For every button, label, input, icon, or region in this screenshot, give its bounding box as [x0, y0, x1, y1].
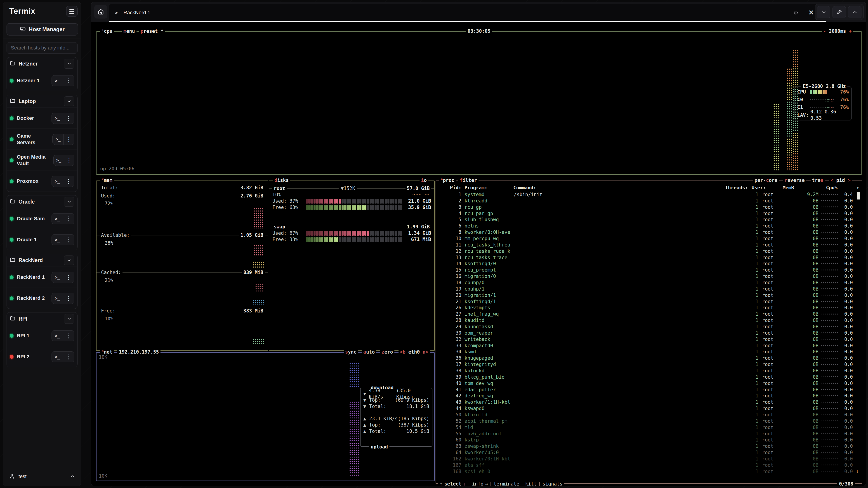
- footer-action-select[interactable]: ↑select↓: [440, 481, 466, 486]
- net-auto-button[interactable]: auto: [362, 349, 376, 355]
- terminal-screen[interactable]: 1cpu menu preset * 03:30:05 - 2000ms + u…: [91, 22, 866, 486]
- process-row-10[interactable]: 10mm_percpu_wq1root0B0.0: [439, 235, 853, 242]
- host-menu-button[interactable]: ⋮: [63, 234, 74, 245]
- host-item-racknerd-2[interactable]: RackNerd 2>_⋮: [7, 288, 77, 308]
- net-zero-button[interactable]: zero: [380, 349, 395, 355]
- chevron-up-button[interactable]: [848, 6, 862, 18]
- process-row-1[interactable]: 1systemd/sbin/init1root9.2M0.4: [439, 191, 853, 198]
- net-sync-button[interactable]: sync: [344, 349, 358, 355]
- process-row-55[interactable]: 55ipv6_addrconf1root0B0.0: [439, 431, 853, 437]
- host-item-rpi-2[interactable]: RPI 2>_⋮: [7, 346, 77, 367]
- process-row-18[interactable]: 18cpuhp/01root0B0.0: [439, 280, 853, 286]
- group-collapse-button[interactable]: [64, 256, 74, 265]
- process-row-162[interactable]: 162kworker/0:1H-kbl1root0B0.0: [439, 456, 853, 462]
- process-row-43[interactable]: 43kworker/1:1H-kbl1root0B0.0: [439, 399, 853, 405]
- open-terminal-button[interactable]: >_: [54, 155, 64, 166]
- host-item-open-media-vault[interactable]: Open Media Vault>_⋮: [7, 150, 77, 170]
- menu-button[interactable]: menu: [122, 28, 136, 34]
- process-row-34[interactable]: 34ksmd1root0B0.0: [439, 349, 853, 355]
- process-row-21[interactable]: 21ksoftirqd/11root0B0.0: [439, 298, 853, 305]
- open-terminal-button[interactable]: >_: [53, 134, 64, 144]
- process-row-20[interactable]: 20migration/11root0B0.0: [439, 292, 853, 298]
- pid-sort-switcher[interactable]: < pid >: [829, 177, 852, 184]
- process-row-32[interactable]: 32writeback1root0B0.0: [439, 336, 853, 343]
- process-row-4[interactable]: 4rcu_par_gp1root0B0.0: [439, 210, 853, 217]
- net-interface-switcher[interactable]: <b eth0 n>: [399, 349, 430, 355]
- scrollbar-thumb[interactable]: [857, 192, 860, 199]
- group-header[interactable]: Laptop: [7, 95, 77, 107]
- host-menu-button[interactable]: ⋮: [63, 75, 74, 86]
- preset-button[interactable]: preset *: [139, 28, 165, 34]
- host-item-proxmox[interactable]: Proxmox>_⋮: [7, 170, 77, 192]
- footer-action-signals[interactable]: signals: [542, 481, 563, 486]
- process-row-16[interactable]: 16migration/01root0B0.0: [439, 273, 853, 280]
- open-terminal-button[interactable]: >_: [52, 113, 63, 124]
- footer-action-info[interactable]: info↵: [472, 481, 488, 486]
- process-row-12[interactable]: 12rcu_tasks_rude_k1root0B0.0: [439, 248, 853, 254]
- update-interval[interactable]: - 2000ms +: [822, 28, 853, 34]
- group-collapse-button[interactable]: [64, 96, 74, 106]
- group-header[interactable]: RackNerd: [7, 254, 77, 267]
- open-terminal-button[interactable]: >_: [52, 214, 63, 224]
- open-terminal-button[interactable]: >_: [52, 330, 63, 341]
- process-row-44[interactable]: 44kswapd01root0B0.0: [439, 405, 853, 412]
- process-row-52[interactable]: 52acpi_thermal_pm1root0B0.0: [439, 418, 853, 424]
- scroll-up-indicator[interactable]: ↑: [856, 185, 859, 191]
- group-collapse-button[interactable]: [64, 197, 74, 207]
- process-row-60[interactable]: 60kstrp1root0B0.0: [439, 437, 853, 443]
- open-terminal-button[interactable]: >_: [52, 75, 63, 86]
- host-item-racknerd-1[interactable]: RackNerd 1>_⋮: [7, 267, 77, 288]
- process-row-2[interactable]: 2kthreadd1root0B0.0: [439, 198, 853, 204]
- host-item-game-servers[interactable]: Game Servers>_⋮: [7, 129, 77, 150]
- host-menu-button[interactable]: ⋮: [63, 272, 74, 283]
- host-menu-button[interactable]: ⋮: [63, 293, 74, 304]
- host-menu-button[interactable]: ⋮: [63, 113, 74, 124]
- process-row-50[interactable]: 50kthrotld1root0B0.0: [439, 412, 853, 418]
- user-bar[interactable]: test: [3, 467, 81, 486]
- process-row-63[interactable]: 63zswap-shrink1root0B0.0: [439, 443, 853, 449]
- tab-racknerd-1[interactable]: >_ RackNerd 1 ✕: [109, 4, 826, 22]
- process-row-37[interactable]: 37kintegrityd1root0B0.0: [439, 361, 853, 367]
- footer-action-kill[interactable]: kill: [525, 481, 537, 486]
- group-header[interactable]: RPI: [7, 313, 77, 325]
- process-row-8[interactable]: 8kworker/0:0H-eve1root0B0.0: [439, 229, 853, 235]
- host-menu-button[interactable]: ⋮: [63, 330, 74, 341]
- host-menu-button[interactable]: ⋮: [63, 176, 74, 187]
- host-item-hetzner-1[interactable]: Hetzner 1>_⋮: [7, 70, 77, 91]
- process-row-27[interactable]: 27inet_frag_wq1root0B0.0: [439, 311, 853, 317]
- io-mode-button[interactable]: io: [420, 177, 428, 184]
- process-table[interactable]: 1systemd/sbin/init1root9.2M0.42kthreadd1…: [439, 191, 853, 475]
- process-row-28[interactable]: 28kauditd1root0B0.0: [439, 317, 853, 324]
- process-row-5[interactable]: 5slub_flushwq1root0B0.0: [439, 217, 853, 223]
- host-menu-button[interactable]: ⋮: [63, 352, 74, 362]
- host-item-docker[interactable]: Docker>_⋮: [7, 107, 77, 129]
- process-row-167[interactable]: 167ata_sff1root0B0.0: [439, 462, 853, 468]
- process-row-19[interactable]: 19cpuhp/11root0B0.0: [439, 286, 853, 292]
- process-row-15[interactable]: 15rcu_preempt1root0B0.0: [439, 267, 853, 273]
- host-item-oracle-sam[interactable]: Oracle Sam>_⋮: [7, 208, 77, 229]
- process-row-13[interactable]: 13rcu_tasks_trace_1root0B0.0: [439, 254, 853, 261]
- process-row-30[interactable]: 30oom_reaper1root0B0.0: [439, 330, 853, 336]
- host-item-oracle-1[interactable]: Oracle 1>_⋮: [7, 229, 77, 250]
- close-tab-icon[interactable]: ✕: [808, 9, 814, 16]
- process-row-39[interactable]: 39blkcg_punt_bio1root0B0.0: [439, 374, 853, 380]
- open-terminal-button[interactable]: >_: [52, 272, 63, 283]
- process-row-6[interactable]: 6netns1root0B0.0: [439, 223, 853, 229]
- process-row-168[interactable]: 168scsi_eh_01root0B0.0: [439, 468, 853, 475]
- host-item-rpi-1[interactable]: RPI 1>_⋮: [7, 325, 77, 346]
- process-row-38[interactable]: 38kblockd1root0B0.0: [439, 367, 853, 374]
- open-terminal-button[interactable]: >_: [52, 293, 63, 304]
- chevron-down-button[interactable]: [817, 6, 830, 18]
- tools-hammer-button[interactable]: [833, 6, 846, 18]
- home-button[interactable]: [94, 5, 107, 19]
- process-row-41[interactable]: 41edac-poller1root0B0.0: [439, 387, 853, 393]
- host-manager-button[interactable]: Host Manager: [6, 23, 78, 35]
- process-row-42[interactable]: 42devfreq_wq1root0B0.0: [439, 393, 853, 399]
- tree-toggle[interactable]: tree: [811, 177, 825, 184]
- host-menu-button[interactable]: ⋮: [63, 214, 74, 224]
- process-row-11[interactable]: 11rcu_tasks_kthrea1root0B0.0: [439, 242, 853, 248]
- scroll-down-indicator[interactable]: ↓: [856, 468, 859, 474]
- chevron-up-icon[interactable]: [70, 474, 75, 479]
- process-row-3[interactable]: 3rcu_gp1root0B0.0: [439, 204, 853, 210]
- process-row-54[interactable]: 54mld1root0B0.0: [439, 424, 853, 431]
